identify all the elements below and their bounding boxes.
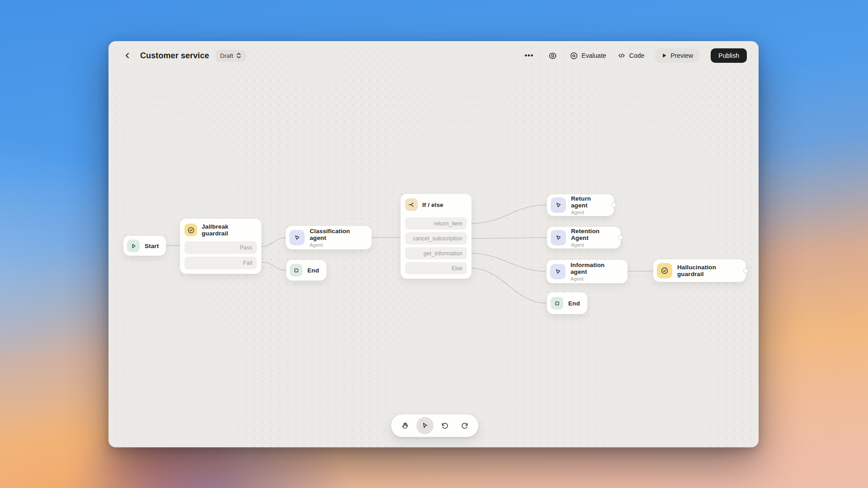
code-icon (617, 52, 626, 60)
edge-cancelsub-retention (472, 238, 546, 239)
port-retention-agent-out[interactable] (618, 235, 623, 240)
branch-return-item[interactable]: return_item (405, 217, 467, 230)
ellipsis-icon: ••• (524, 52, 533, 60)
edge-fail-end (261, 262, 286, 270)
edge-getinfo-information (472, 253, 546, 272)
edge-else-end (472, 268, 546, 304)
gear-icon (548, 52, 557, 60)
node-if-else[interactable]: If / else return_item cancel_subscriptio… (401, 194, 472, 279)
code-label: Code (629, 52, 644, 59)
branch-cancel-subscription[interactable]: cancel_subscription (405, 232, 467, 244)
chevron-left-icon (123, 51, 132, 60)
undo-icon (441, 422, 449, 430)
node-classification-title: Classification agent (310, 228, 364, 241)
evaluate-icon (570, 52, 578, 60)
play-icon (662, 53, 667, 58)
agent-cursor-icon (551, 230, 566, 245)
evaluate-button[interactable]: Evaluate (570, 52, 606, 60)
status-draft-dropdown[interactable]: Draft (216, 50, 246, 62)
header: Customer service Draft ••• (108, 41, 759, 70)
node-return-agent[interactable]: Return agent Agent (547, 194, 614, 216)
evaluate-label: Evaluate (581, 52, 606, 59)
cursor-icon (421, 422, 429, 430)
redo-button[interactable] (456, 417, 473, 434)
publish-button[interactable]: Publish (711, 48, 747, 63)
node-start[interactable]: Start (123, 236, 166, 256)
settings-button[interactable] (546, 49, 559, 62)
node-retention-agent[interactable]: Retention Agent Agent (547, 227, 621, 249)
node-retention-agent-subtitle: Agent (571, 242, 613, 248)
guardrail-check-icon (184, 224, 197, 236)
preview-label: Preview (670, 52, 693, 59)
node-end-2-label: End (568, 300, 580, 307)
node-if-else-title: If / else (422, 202, 443, 208)
more-button[interactable]: ••• (523, 49, 535, 62)
node-retention-agent-title: Retention Agent (571, 228, 613, 241)
app-window: Customer service Draft ••• (108, 41, 759, 447)
select-tool-button[interactable] (416, 417, 434, 434)
branch-else[interactable]: Else (405, 262, 467, 274)
chevron-updown-icon (236, 52, 241, 59)
node-end-1-label: End (307, 267, 319, 274)
page-title: Customer service (140, 51, 209, 61)
node-information-agent[interactable]: Information agent Agent (547, 260, 627, 283)
node-hallucination-guardrail[interactable]: Hallucination guardrail (653, 259, 746, 282)
node-jailbreak-title: Jailbreak guardrail (202, 223, 253, 237)
node-start-label: Start (145, 243, 159, 249)
edge-pass-classification (261, 238, 286, 247)
node-classification-agent[interactable]: Classification agent Agent (286, 226, 372, 249)
agent-cursor-icon (551, 197, 566, 213)
publish-label: Publish (718, 52, 739, 59)
node-information-agent-title: Information agent (571, 262, 620, 275)
node-jailbreak-guardrail[interactable]: Jailbreak guardrail Pass Fail (180, 219, 261, 274)
node-end-2[interactable]: End (547, 292, 587, 314)
undo-button[interactable] (436, 417, 453, 434)
node-classification-subtitle: Agent (310, 242, 364, 248)
jailbreak-output-fail[interactable]: Fail (184, 257, 257, 269)
hand-icon (401, 422, 409, 430)
port-hallucination-out[interactable] (743, 268, 748, 273)
edge-returnitem-returnagent (472, 205, 546, 224)
canvas-toolbar (391, 414, 478, 437)
branch-icon (405, 198, 418, 211)
start-play-icon (127, 239, 140, 252)
code-button[interactable]: Code (617, 52, 644, 60)
end-square-icon (290, 264, 302, 277)
branch-get-information[interactable]: get_information (405, 247, 467, 259)
end-square-icon (551, 297, 563, 310)
node-information-agent-subtitle: Agent (571, 276, 620, 282)
preview-button[interactable]: Preview (655, 48, 700, 63)
agent-cursor-icon (550, 264, 566, 279)
jailbreak-output-pass[interactable]: Pass (184, 241, 257, 254)
port-return-agent-out[interactable] (611, 202, 616, 207)
node-return-agent-subtitle: Agent (571, 210, 607, 215)
node-hallucination-title: Hallucination guardrail (677, 264, 739, 277)
node-end-1[interactable]: End (286, 260, 326, 281)
pan-tool-button[interactable] (396, 417, 414, 434)
node-return-agent-title: Return agent (571, 195, 607, 209)
back-button[interactable] (121, 49, 134, 62)
guardrail-check-icon (657, 263, 672, 278)
agent-cursor-icon (289, 230, 305, 245)
redo-icon (461, 422, 469, 430)
status-label: Draft (220, 52, 233, 59)
